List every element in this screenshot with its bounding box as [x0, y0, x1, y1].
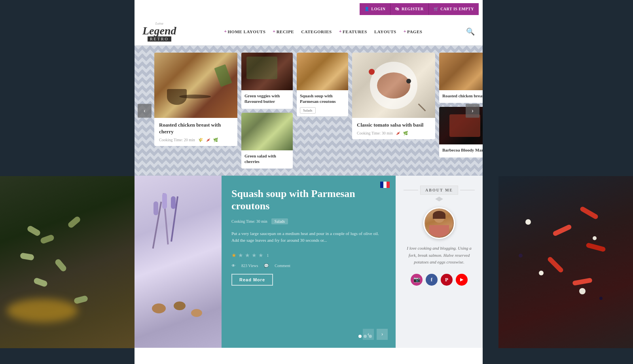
cooking-time-label: Cooking Time: 20 min [159, 138, 195, 142]
pinterest-icon: P [445, 277, 448, 283]
login-button[interactable]: 👤 LOGIN [360, 3, 390, 15]
nav-recipe[interactable]: + RECIPE [273, 28, 294, 34]
carousel-next-button[interactable]: › [466, 104, 479, 118]
about-description: I love cooking and blogging. Using a for… [404, 245, 475, 266]
nav-pages[interactable]: + PAGES [404, 28, 423, 34]
star-rating: ★ ★ ★ ★ ★ 1 [231, 252, 386, 259]
plus-icon: + [224, 28, 227, 34]
recipe-card-green-salad[interactable]: Green salad with cherries [241, 113, 293, 169]
register-button[interactable]: 🛍 REGISTER [390, 3, 428, 15]
views-count: 823 Views [241, 264, 258, 268]
main-content: 👤 LOGIN 🛍 REGISTER 🛒 CART IS EMPTY Luisa… [135, 0, 483, 364]
user-icon: 👤 [364, 7, 370, 11]
recipe-card-squash-soup[interactable]: Squash soup with Parmesan croutons Salad… [297, 53, 348, 116]
cart-icon: 🛒 [434, 7, 439, 11]
carousel-prev-button[interactable]: ‹ [138, 104, 152, 118]
top-bar: 👤 LOGIN 🛍 REGISTER 🛒 CART IS EMPTY [135, 0, 483, 18]
card-title: Barbecoa Bloody Mary [442, 147, 483, 153]
facebook-button[interactable]: f [426, 274, 438, 286]
recipe-card-green-veggies[interactable]: Green veggies with flavoured butter [241, 53, 293, 109]
card-body: Barbecoa Bloody Mary [439, 144, 483, 157]
login-label: LOGIN [371, 7, 386, 11]
nav-home-layouts[interactable]: + HOME LAYOUTS [224, 28, 265, 34]
site-logo[interactable]: Luisa Legend RETRO [142, 21, 176, 42]
read-more-button[interactable]: Read More [231, 274, 273, 286]
card-body: Green salad with cherries [241, 150, 293, 169]
card-body: Roasted chicken breast [439, 90, 483, 103]
carousel-inner: Roasted chicken breast with cherry Cooki… [135, 53, 483, 169]
card-stack-2: Squash soup with Parmesan croutons Salad… [297, 53, 348, 116]
card-title: Green salad with cherries [244, 153, 290, 165]
star-4: ★ [252, 252, 257, 259]
comment-icon: 💬 [264, 264, 269, 268]
spice-background-left [0, 176, 135, 348]
nav-label: FEATURES [343, 29, 367, 34]
featured-prev-button[interactable]: ‹ [363, 329, 374, 340]
about-section: ABOUT ME [396, 176, 483, 348]
cart-button[interactable]: 🛒 CART IS EMPTY [428, 3, 479, 15]
leaf-icon: 🌿 [213, 138, 218, 142]
youtube-icon: ▶ [460, 277, 463, 282]
cooking-time-text: Cooking Time: 30 min [231, 219, 267, 224]
salads-tag: Salads [300, 107, 316, 114]
nav-label: LAYOUTS [374, 29, 396, 34]
plus-icon: + [404, 28, 406, 34]
card-title: Roasted chicken breast [442, 93, 483, 99]
nav-label: HOME LAYOUTS [228, 29, 266, 34]
pinterest-button[interactable]: P [441, 274, 453, 286]
nav-categories[interactable]: CATEGORIES [301, 29, 332, 34]
card-body: Green veggies with flavoured butter [241, 90, 293, 109]
card-title: Green veggies with flavoured butter [244, 93, 290, 104]
card-body: Classic tomato salsa with basil Cooking … [352, 118, 435, 139]
featured-image [135, 176, 222, 348]
card-stack-1: Green veggies with flavoured butter Gree… [241, 53, 293, 169]
featured-flag [380, 182, 390, 188]
wheat-icon: 🌾 [198, 138, 203, 142]
card-title: Roasted chicken breast with cherry [159, 122, 233, 135]
search-button[interactable]: 🔍 [466, 27, 475, 36]
nav-layouts[interactable]: LAYOUTS [374, 29, 396, 34]
card-image [154, 53, 237, 118]
chili-icon: 🌶 [206, 138, 210, 142]
recipe-card-tomato-salsa[interactable]: Classic tomato salsa with basil Cooking … [352, 53, 435, 139]
featured-card: Squash soup with Parmesan croutons Cooki… [222, 176, 396, 348]
nav-menu: + HOME LAYOUTS + RECIPE CATEGORIES + FEA… [188, 28, 458, 34]
cooking-time: Cooking Time: 30 min [357, 131, 393, 135]
chili-icon: 🌶 [396, 131, 400, 135]
about-avatar [423, 207, 455, 239]
card-body: Squash soup with Parmesan croutons Salad… [297, 90, 348, 116]
featured-tag: Salads [271, 218, 288, 224]
eye-icon: 👁 [231, 264, 235, 268]
rating-count: 1 [267, 253, 269, 258]
carousel-section: ‹ › Roasted chicken b [135, 46, 483, 176]
leaf-icon: 🌿 [403, 131, 408, 135]
instagram-icon: 📷 [413, 276, 420, 283]
nav-label: PAGES [407, 29, 422, 34]
logo-main-text: Legend [142, 25, 176, 36]
youtube-button[interactable]: ▶ [456, 274, 468, 286]
spice-background-right [498, 176, 633, 348]
nav-features[interactable]: + FEATURES [339, 28, 367, 34]
card-body: Roasted chicken breast with cherry Cooki… [154, 118, 237, 146]
navigation: Luisa Legend RETRO + HOME LAYOUTS + RECI… [135, 18, 483, 46]
about-title: ABOUT ME [420, 186, 458, 195]
card-image [241, 113, 293, 150]
social-icons: 📷 f P ▶ [411, 274, 468, 286]
logo-sub-text: RETRO [148, 36, 171, 42]
card-title: Squash soup with Parmesan croutons [300, 93, 345, 104]
featured-next-button[interactable]: › [377, 329, 388, 340]
featured-meta: Cooking Time: 30 min Salads [231, 218, 386, 224]
nav-label: CATEGORIES [301, 29, 332, 34]
star-3: ★ [245, 252, 250, 259]
card-meta: Cooking Time: 20 min 🌾 🌶 🌿 [159, 138, 233, 142]
instagram-button[interactable]: 📷 [411, 274, 423, 286]
nav-label: RECIPE [277, 29, 294, 34]
recipe-card-roasted-chicken[interactable]: Roasted chicken breast [439, 53, 483, 103]
recipe-card-roasted-chicken-cherry[interactable]: Roasted chicken breast with cherry Cooki… [154, 53, 237, 146]
card-image [297, 53, 348, 90]
comment-label: Comment [275, 264, 290, 268]
featured-title: Squash soup with Parmesan croutons [231, 188, 386, 212]
cart-label: CART IS EMPTY [440, 7, 474, 11]
card-image [439, 53, 483, 90]
featured-section: Squash soup with Parmesan croutons Cooki… [135, 176, 483, 348]
